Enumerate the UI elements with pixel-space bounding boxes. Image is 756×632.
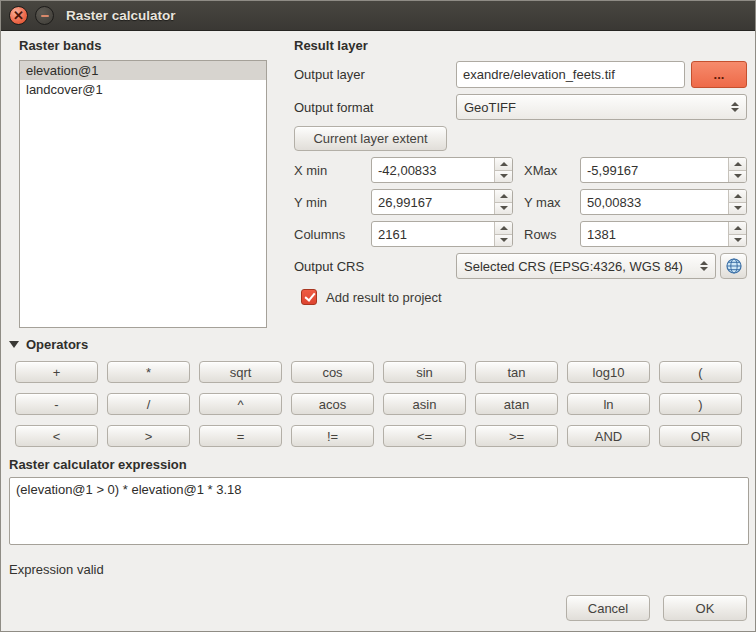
raster-bands-label: Raster bands [19, 38, 267, 53]
output-layer-input[interactable] [456, 61, 685, 88]
columns-label: Columns [294, 227, 371, 242]
operator-button[interactable]: <= [383, 425, 466, 447]
operator-button[interactable]: / [107, 393, 190, 415]
rows-input[interactable] [581, 222, 728, 246]
close-button[interactable]: ✕ [9, 6, 28, 25]
operator-button[interactable]: sqrt [199, 361, 282, 383]
spin-down-icon[interactable] [495, 235, 512, 247]
expression-section: Raster calculator expression (elevation@… [1, 447, 755, 577]
operator-button[interactable]: ln [567, 393, 650, 415]
spin-down-icon[interactable] [495, 203, 512, 215]
operator-button[interactable]: sin [383, 361, 466, 383]
result-layer-label: Result layer [294, 38, 747, 53]
minimize-button[interactable] [35, 6, 54, 25]
xmin-spinbox [371, 157, 513, 183]
combo-arrows-icon [694, 261, 708, 271]
operator-button[interactable]: - [15, 393, 98, 415]
result-layer-panel: Result layer Output layer ... Output for… [294, 38, 747, 331]
operator-button[interactable]: atan [475, 393, 558, 415]
operator-button[interactable]: asin [383, 393, 466, 415]
combo-arrows-icon [725, 102, 739, 112]
raster-bands-list[interactable]: elevation@1 landcover@1 [19, 60, 267, 328]
spin-down-icon[interactable] [495, 171, 512, 183]
ok-button[interactable]: OK [663, 595, 747, 621]
current-layer-extent-button[interactable]: Current layer extent [294, 126, 447, 151]
operator-button[interactable]: = [199, 425, 282, 447]
operator-button[interactable]: > [107, 425, 190, 447]
columns-input[interactable] [372, 222, 494, 246]
minimize-icon [41, 15, 49, 17]
dialog-footer: Cancel OK [1, 595, 755, 631]
expression-label: Raster calculator expression [1, 447, 755, 472]
ymax-label: Y max [524, 195, 572, 210]
operator-button[interactable]: tan [475, 361, 558, 383]
output-format-value: GeoTIFF [464, 100, 516, 115]
add-result-label: Add result to project [326, 290, 442, 305]
xmax-spinbox [580, 157, 747, 183]
output-format-select[interactable]: GeoTIFF [456, 94, 747, 120]
cancel-button[interactable]: Cancel [566, 595, 650, 621]
extent-button-row: Current layer extent [294, 126, 747, 151]
spin-up-icon[interactable] [729, 190, 746, 203]
operator-button[interactable]: ^ [199, 393, 282, 415]
spin-up-icon[interactable] [495, 222, 512, 235]
xmin-input[interactable] [372, 158, 494, 182]
xmax-input[interactable] [581, 158, 728, 182]
ymax-input[interactable] [581, 190, 728, 214]
output-format-row: Output format GeoTIFF [294, 94, 747, 120]
operator-button[interactable]: log10 [567, 361, 650, 383]
ymin-spinbox [371, 189, 513, 215]
operators-label: Operators [26, 337, 88, 352]
list-item[interactable]: elevation@1 [20, 61, 266, 80]
expression-status: Expression valid [1, 548, 755, 577]
operator-button[interactable]: != [291, 425, 374, 447]
operator-button[interactable]: >= [475, 425, 558, 447]
add-result-row: Add result to project [301, 289, 747, 305]
crs-picker-button[interactable] [720, 253, 747, 279]
x-extent-row: X min XMax [294, 157, 747, 183]
operator-button[interactable]: < [15, 425, 98, 447]
browse-button[interactable]: ... [691, 61, 747, 88]
operators-section: Operators + * sqrt cos sin tan log10 ( -… [1, 331, 755, 447]
operator-button[interactable]: OR [659, 425, 742, 447]
xmin-label: X min [294, 163, 371, 178]
add-result-checkbox[interactable] [301, 289, 317, 305]
list-item[interactable]: landcover@1 [20, 80, 266, 99]
raster-bands-panel: Raster bands elevation@1 landcover@1 [19, 38, 267, 331]
operator-button[interactable]: ( [659, 361, 742, 383]
output-crs-label: Output CRS [294, 259, 456, 274]
columns-spinbox [371, 221, 513, 247]
size-row: Columns Rows [294, 221, 747, 247]
spin-down-icon[interactable] [729, 171, 746, 183]
operator-button[interactable]: * [107, 361, 190, 383]
raster-calculator-dialog: ✕ Raster calculator Raster bands elevati… [0, 0, 756, 632]
spin-down-icon[interactable] [729, 203, 746, 215]
operator-button[interactable]: ) [659, 393, 742, 415]
operators-grid: + * sqrt cos sin tan log10 ( - / ^ acos … [15, 361, 742, 447]
spin-up-icon[interactable] [495, 190, 512, 203]
operator-button[interactable]: acos [291, 393, 374, 415]
operator-button[interactable]: cos [291, 361, 374, 383]
output-crs-select[interactable]: Selected CRS (EPSG:4326, WGS 84) [456, 253, 716, 279]
spin-down-icon[interactable] [729, 235, 746, 247]
close-icon: ✕ [13, 9, 24, 22]
window-title: Raster calculator [66, 8, 176, 23]
collapse-arrow-icon[interactable] [9, 341, 19, 348]
spin-up-icon[interactable] [729, 222, 746, 235]
output-crs-value: Selected CRS (EPSG:4326, WGS 84) [464, 259, 683, 274]
operator-button[interactable]: + [15, 361, 98, 383]
output-format-label: Output format [294, 100, 456, 115]
spin-up-icon[interactable] [495, 158, 512, 171]
ymax-spinbox [580, 189, 747, 215]
expression-textarea[interactable]: (elevation@1 > 0) * elevation@1 * 3.18 [9, 477, 749, 545]
spin-up-icon[interactable] [729, 158, 746, 171]
operator-button[interactable]: AND [567, 425, 650, 447]
ymin-input[interactable] [372, 190, 494, 214]
globe-icon [725, 257, 743, 275]
output-crs-row: Output CRS Selected CRS (EPSG:4326, WGS … [294, 253, 747, 279]
top-section: Raster bands elevation@1 landcover@1 Res… [1, 31, 755, 331]
output-layer-row: Output layer ... [294, 61, 747, 88]
ymin-label: Y min [294, 195, 371, 210]
y-extent-row: Y min Y max [294, 189, 747, 215]
output-layer-label: Output layer [294, 67, 456, 82]
